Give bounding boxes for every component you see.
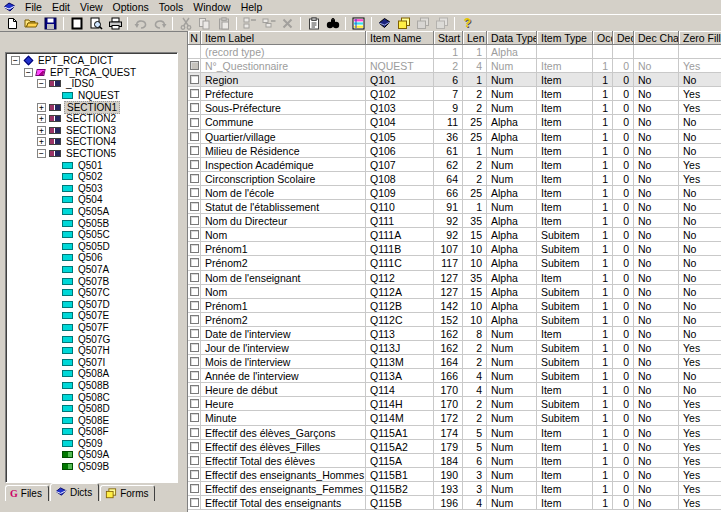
row-checkbox[interactable] <box>190 118 199 127</box>
table-row[interactable]: (record type)11Alpha <box>188 45 721 59</box>
row-checkbox[interactable] <box>190 202 199 211</box>
expand-icon[interactable]: + <box>37 126 46 135</box>
table-row[interactable]: Effectif des enseignants_HommesQ115B1190… <box>188 468 721 482</box>
row-checkbox[interactable] <box>190 371 199 380</box>
row-checkbox[interactable] <box>190 244 199 253</box>
table-row[interactable]: Nom de l'enseignantQ11212735AlphaItem10N… <box>188 271 721 285</box>
tree-item-q507b[interactable]: Q507B <box>6 275 177 287</box>
tree-item-section3[interactable]: +SECTION3 <box>6 125 177 137</box>
tree-item-q509[interactable]: Q509 <box>6 438 177 450</box>
menu-file[interactable]: File <box>20 0 47 14</box>
tab-dicts[interactable]: Dicts <box>50 483 99 501</box>
tree-item-q505b[interactable]: Q505B <box>6 217 177 229</box>
tree-item-q502[interactable]: Q502 <box>6 171 177 183</box>
row-checkbox[interactable] <box>190 428 199 437</box>
notes-icon[interactable] <box>304 15 323 31</box>
new-icon[interactable] <box>3 15 22 31</box>
tree-item-section2[interactable]: +SECTION2 <box>6 113 177 125</box>
table-row[interactable]: Statut de l'établissementQ110911NumItem1… <box>188 200 721 214</box>
open-icon[interactable] <box>22 15 41 31</box>
value-set-icon[interactable] <box>349 15 368 31</box>
tree-item-q507i[interactable]: Q507I <box>6 356 177 368</box>
menu-edit[interactable]: Edit <box>47 0 75 14</box>
row-checkbox[interactable] <box>190 442 199 451</box>
row-checkbox[interactable] <box>190 174 199 183</box>
menu-tools[interactable]: Tools <box>154 0 189 14</box>
tree-item-section4[interactable]: +SECTION4 <box>6 136 177 148</box>
row-checkbox[interactable] <box>190 258 199 267</box>
row-checkbox[interactable] <box>190 301 199 310</box>
tree-item-q508d[interactable]: Q508D <box>6 403 177 415</box>
row-checkbox[interactable] <box>190 343 199 352</box>
table-row[interactable]: Prénom1Q111B10710AlphaSubitem10NoNo <box>188 242 721 256</box>
tree-item-q508b[interactable]: Q508B <box>6 380 177 392</box>
dictionary-icon[interactable] <box>375 15 394 31</box>
row-checkbox[interactable] <box>190 160 199 169</box>
tree-item-nquest[interactable]: NQUEST <box>6 90 177 102</box>
table-row[interactable]: Date de l'interviewQ1131628NumItem10NoNo <box>188 327 721 341</box>
expand-icon[interactable]: + <box>37 103 46 112</box>
tree-item-q507h[interactable]: Q507H <box>6 345 177 357</box>
tree-item-q505c[interactable]: Q505C <box>6 229 177 241</box>
table-row[interactable]: Prénom1Q112B14210AlphaSubitem10NoNo <box>188 299 721 313</box>
row-checkbox[interactable] <box>190 470 199 479</box>
tree-item-q507f[interactable]: Q507F <box>6 322 177 334</box>
help-icon[interactable]: ? <box>458 15 477 31</box>
tree-item-q506[interactable]: Q506 <box>6 252 177 264</box>
tree-item-q508a[interactable]: Q508A <box>6 368 177 380</box>
row-checkbox[interactable] <box>190 498 199 507</box>
print-preview-icon[interactable] <box>86 15 105 31</box>
row-checkbox[interactable] <box>190 413 199 422</box>
table-row[interactable]: Nom du DirecteurQ1119235AlphaItem10NoNo <box>188 214 721 228</box>
row-checkbox[interactable] <box>190 61 199 70</box>
row-checkbox[interactable] <box>190 230 199 239</box>
collapse-icon[interactable]: − <box>37 149 46 158</box>
row-checkbox[interactable] <box>190 188 199 197</box>
dict-layout-icon[interactable] <box>67 15 86 31</box>
row-checkbox[interactable] <box>190 103 199 112</box>
table-row[interactable]: CommuneQ1041125AlphaItem10NoNo <box>188 115 721 129</box>
tab-forms[interactable]: Forms <box>100 485 155 501</box>
print-icon[interactable] <box>105 15 124 31</box>
table-row[interactable]: Effectif des élèves_GarçonsQ115A11745Num… <box>188 426 721 440</box>
table-row[interactable]: Heure de débutQ1141704NumItem10NoNo <box>188 383 721 397</box>
row-checkbox[interactable] <box>190 216 199 225</box>
row-checkbox[interactable] <box>190 385 199 394</box>
tree-item-q509b[interactable]: Q509B <box>6 461 177 473</box>
collapse-icon[interactable]: − <box>37 79 46 88</box>
tree-item-q501[interactable]: Q501 <box>6 159 177 171</box>
table-row[interactable]: NomQ112A12715AlphaSubitem10NoNo <box>188 285 721 299</box>
tree-item-q508e[interactable]: Q508E <box>6 414 177 426</box>
menu-window[interactable]: Window <box>188 0 235 14</box>
table-row[interactable]: Inspection AcadémiqueQ107622NumItem10NoY… <box>188 158 721 172</box>
tree-item-ept_rca_quest[interactable]: −EPT_RCA_QUEST <box>6 67 177 79</box>
tree-item-q505a[interactable]: Q505A <box>6 206 177 218</box>
collapse-icon[interactable]: − <box>24 68 33 77</box>
menu-help[interactable]: Help <box>236 0 268 14</box>
row-checkbox[interactable] <box>190 456 199 465</box>
table-row[interactable]: Prénom2Q112C15210AlphaSubitem10NoNo <box>188 313 721 327</box>
table-row[interactable]: Effectif des enseignants_FemmesQ115B2193… <box>188 482 721 496</box>
row-checkbox[interactable] <box>190 273 199 282</box>
tab-files[interactable]: GFiles <box>5 485 49 501</box>
tree-item-q508f[interactable]: Q508F <box>6 426 177 438</box>
table-row[interactable]: NomQ111A9215AlphaSubitem10NoNo <box>188 228 721 242</box>
tree-item-q503[interactable]: Q503 <box>6 183 177 195</box>
tree-item-q507a[interactable]: Q507A <box>6 264 177 276</box>
table-row[interactable]: Quartier/villageQ1053625AlphaItem10NoNo <box>188 130 721 144</box>
save-icon[interactable] <box>41 15 60 31</box>
row-checkbox[interactable] <box>190 399 199 408</box>
collapse-icon[interactable]: − <box>11 56 20 65</box>
expand-icon[interactable]: + <box>37 137 46 146</box>
row-checkbox[interactable] <box>190 484 199 493</box>
tree-item-section5[interactable]: −SECTION5 <box>6 148 177 160</box>
tree-item-q507g[interactable]: Q507G <box>6 333 177 345</box>
table-row[interactable]: N°_QuestionnaireNQUEST24NumItem10NoYes <box>188 59 721 73</box>
table-row[interactable]: PréfectureQ10272NumItem10NoYes <box>188 87 721 101</box>
tree-item-q507d[interactable]: Q507D <box>6 298 177 310</box>
row-checkbox[interactable] <box>190 357 199 366</box>
tree-item-section1[interactable]: +SECTION1 <box>6 101 177 113</box>
tree-item-ept_rca_dict[interactable]: −EPT_RCA_DICT <box>6 55 177 67</box>
tree-item-q504[interactable]: Q504 <box>6 194 177 206</box>
table-row[interactable]: Circonscription ScolaireQ108642NumItem10… <box>188 172 721 186</box>
